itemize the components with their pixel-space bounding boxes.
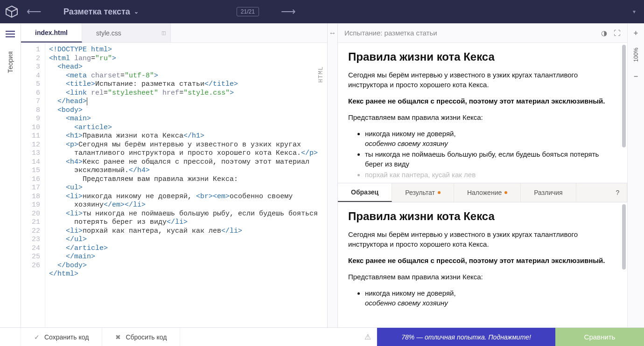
article-lead: Представляем вам правила жизни Кекса: xyxy=(348,112,617,122)
ptab-result[interactable]: Результат xyxy=(392,183,454,202)
rules-list: никогда никому не доверяй,особенно своем… xyxy=(348,288,617,308)
save-button[interactable]: ✓Сохранить код xyxy=(21,328,102,346)
menu-button[interactable] xyxy=(6,31,15,37)
progress-bar: 78% — отличная попытка. Поднажмите! xyxy=(377,328,555,346)
top-menu-dropdown[interactable]: ▾ xyxy=(627,8,641,15)
tab-style-css[interactable]: style.css◫ xyxy=(82,23,171,42)
lesson-title[interactable]: Разметка текста ⌄ xyxy=(59,7,143,17)
dot-icon xyxy=(438,191,441,194)
article-bold: Кекс ранее не общался с прессой, поэтому… xyxy=(348,256,617,265)
article-intro: Сегодня мы берём интервью у известного в… xyxy=(348,229,617,249)
tab-label: index.html xyxy=(35,29,68,36)
scrollbar[interactable] xyxy=(622,43,626,183)
preview-tabs: Образец Результат Наложение Различия ? xyxy=(338,183,627,202)
logo-icon xyxy=(5,5,18,18)
reset-button[interactable]: ✖Сбросить код xyxy=(102,328,180,346)
split-icon[interactable]: ◫ xyxy=(161,30,166,35)
chevron-down-icon: ⌄ xyxy=(134,8,139,15)
nav-back-button[interactable]: ⟵ xyxy=(23,0,45,23)
rules-list: никогда никому не доверяй,особенно своем… xyxy=(348,129,617,180)
ptab-sample[interactable]: Образец xyxy=(338,183,392,202)
fullscreen-icon[interactable]: ⛶ xyxy=(614,29,621,37)
tab-index-html[interactable]: index.html xyxy=(21,23,82,42)
article-heading: Правила жизни кота Кекса xyxy=(348,210,617,223)
dot-icon xyxy=(504,191,507,194)
zoom-rail: + 100% − xyxy=(627,23,644,327)
tab-label: style.css xyxy=(96,29,121,37)
editor-panel: index.html style.css◫ 123456789101112131… xyxy=(21,23,328,327)
line-gutter: 1234567891011121314151617181920212223242… xyxy=(21,43,45,327)
article-bold: Кекс ранее не общался с прессой, поэтому… xyxy=(348,96,617,106)
ptab-diff[interactable]: Различия xyxy=(521,183,576,202)
list-item: ты никогда не поймаешь большую рыбу, есл… xyxy=(365,149,617,169)
zoom-out-button[interactable]: − xyxy=(634,72,638,81)
bottom-bar: ✓Сохранить код ✖Сбросить код ⚠ 78% — отл… xyxy=(0,327,644,346)
logo[interactable] xyxy=(0,0,23,23)
lang-label: HTML xyxy=(317,66,326,83)
run-icon[interactable]: ◑ xyxy=(601,29,607,37)
code-editor[interactable]: 1234567891011121314151617181920212223242… xyxy=(21,43,327,327)
list-item: никогда никому не доверяй,особенно своем… xyxy=(365,288,617,308)
preview-title: Испытание: разметка статьи xyxy=(344,29,437,37)
theory-tab[interactable]: Теория xyxy=(7,48,14,76)
preview-panel: Испытание: разметка статьи ◑ ⛶ Правила ж… xyxy=(338,23,627,327)
zoom-level: 100% xyxy=(633,48,639,62)
preview-top: Правила жизни кота Кекса Сегодня мы берё… xyxy=(338,43,627,183)
lesson-title-text: Разметка текста xyxy=(63,7,130,17)
zoom-in-button[interactable]: + xyxy=(634,29,638,37)
resize-handle[interactable]: ↔ xyxy=(328,23,338,327)
list-item: никогда никому не доверяй,особенно своем… xyxy=(365,129,617,148)
list-item: порхай как пантера, кусай как лев xyxy=(365,170,617,180)
ptab-help[interactable]: ? xyxy=(609,183,627,202)
warning-icon[interactable]: ⚠ xyxy=(358,328,377,346)
check-icon: ✓ xyxy=(34,333,40,341)
nav-forward-button[interactable]: ⟶ xyxy=(278,0,299,23)
close-icon: ✖ xyxy=(115,333,121,341)
code-content[interactable]: <!DOCTYPE html> <html lang="ru"> <head> … xyxy=(45,43,327,327)
preview-bottom: Правила жизни кота Кекса Сегодня мы берё… xyxy=(338,202,627,327)
editor-tabs: index.html style.css◫ xyxy=(21,23,327,43)
ptab-overlay[interactable]: Наложение xyxy=(454,183,521,202)
article-lead: Представляем вам правила жизни Кекса: xyxy=(348,272,617,282)
top-bar: ⟵ Разметка текста ⌄ 21/21 ⟶ ▾ xyxy=(0,0,644,23)
scrollbar[interactable] xyxy=(622,202,626,327)
left-rail: Теория xyxy=(0,23,21,327)
preview-header: Испытание: разметка статьи ◑ ⛶ xyxy=(338,23,627,43)
article-intro: Сегодня мы берём интервью у известного в… xyxy=(348,70,617,90)
step-counter: 21/21 xyxy=(237,7,259,16)
article-heading: Правила жизни кота Кекса xyxy=(348,50,617,63)
compare-button[interactable]: Сравнить xyxy=(555,328,644,346)
